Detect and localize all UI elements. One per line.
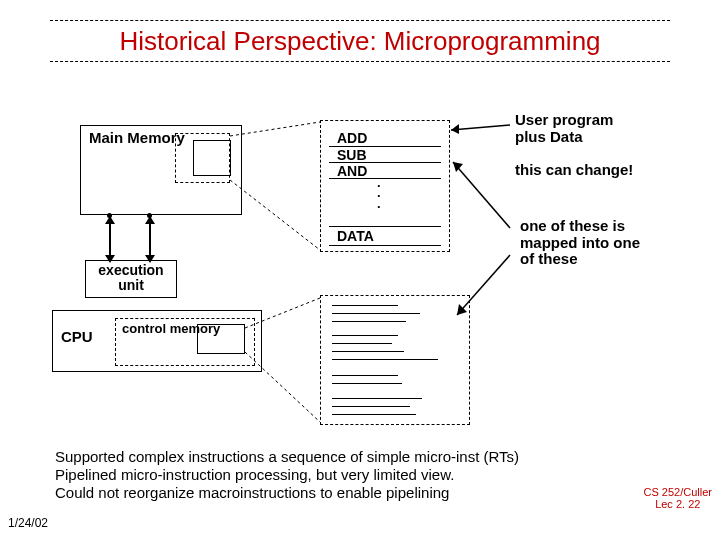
cpu-label: CPU	[61, 328, 93, 345]
svg-marker-5	[451, 124, 459, 134]
micro-line	[332, 321, 406, 322]
caption-text: Supported complex instructions a sequenc…	[55, 448, 615, 502]
micro-line	[332, 359, 438, 360]
main-memory-label: Main Memory	[89, 129, 185, 146]
annot-user-program: User programplus Data	[515, 112, 613, 145]
instr-divider	[329, 226, 441, 227]
micro-line	[332, 398, 422, 399]
svg-line-1	[230, 180, 320, 250]
micro-line	[332, 383, 402, 384]
micro-line	[332, 343, 392, 344]
micro-line	[332, 313, 420, 314]
instr-data: DATA	[337, 228, 374, 246]
svg-line-6	[453, 162, 510, 228]
svg-marker-7	[453, 162, 463, 172]
svg-line-0	[230, 122, 320, 136]
control-memory-inner	[197, 324, 245, 354]
instr-add: ADD	[337, 130, 367, 148]
micro-line	[332, 406, 410, 407]
footer-lecture: CS 252/CullerLec 2. 22	[644, 486, 712, 510]
footer-date: 1/24/02	[8, 516, 48, 530]
instr-dots: ...	[377, 178, 381, 209]
annot-mapped: one of these ismapped into oneof these	[520, 218, 640, 268]
execution-unit-label: execution unit	[98, 262, 163, 293]
slide-title: Historical Perspective: Microprogramming	[50, 20, 670, 62]
arrowhead-up	[145, 216, 155, 224]
main-memory-inner-solid	[193, 140, 231, 176]
micro-line	[332, 351, 404, 352]
micro-line	[332, 375, 398, 376]
svg-line-4	[451, 125, 510, 130]
arrowhead-up	[105, 216, 115, 224]
micro-line	[332, 305, 398, 306]
instr-and: AND	[337, 163, 367, 181]
annot-can-change: this can change!	[515, 162, 633, 179]
diagram-area: Main Memory execution unit CPU control m…	[45, 100, 665, 440]
micro-line	[332, 414, 416, 415]
micro-line	[332, 335, 398, 336]
instr-sub: SUB	[337, 147, 367, 165]
execution-unit-box: execution unit	[85, 260, 177, 298]
